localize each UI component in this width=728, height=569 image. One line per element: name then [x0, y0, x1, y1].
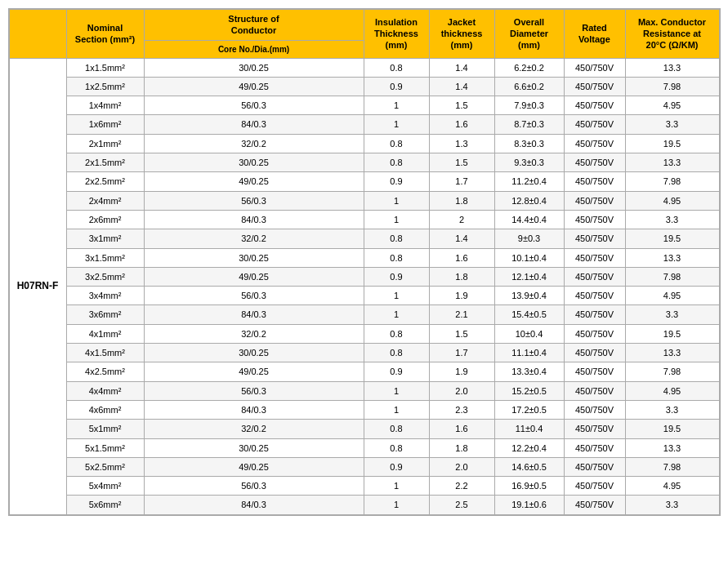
max-resistance-cell: 3.3	[625, 400, 719, 419]
insulation-thickness-cell: 0.9	[364, 457, 429, 476]
core-no-dia-cell: 84/0.3	[144, 115, 364, 134]
table-row: 4x4mm²56/0.312.015.2±0.5450/750V4.95	[9, 381, 719, 400]
overall-diameter-cell: 11±0.4	[494, 420, 564, 438]
max-resistance-cell: 13.3	[625, 153, 719, 172]
jacket-thickness-cell: 2.2	[429, 477, 494, 496]
core-no-dia-cell: 32/0.2	[144, 420, 364, 438]
nominal-section-cell: 5x4mm²	[66, 477, 144, 496]
nominal-section-cell: 2x6mm²	[66, 210, 144, 229]
jacket-thickness-cell: 1.5	[429, 153, 494, 172]
table-row: 4x1.5mm²30/0.250.81.711.1±0.4450/750V13.…	[9, 344, 719, 362]
table-row: 3x6mm²84/0.312.115.4±0.5450/750V3.3	[9, 305, 719, 324]
rated-voltage-cell: 450/750V	[564, 324, 625, 343]
core-no-dia-cell: 49/0.25	[144, 172, 364, 191]
core-no-dia-cell: 30/0.25	[144, 344, 364, 362]
rated-voltage-cell: 450/750V	[564, 210, 625, 229]
max-resistance-cell: 13.3	[625, 344, 719, 362]
core-no-dia-cell: 49/0.25	[144, 267, 364, 286]
rated-voltage-cell: 450/750V	[564, 191, 625, 210]
nominal-section-cell: 5x6mm²	[66, 496, 144, 514]
header-rated-voltage: RatedVoltage	[564, 10, 625, 59]
overall-diameter-cell: 10±0.4	[494, 324, 564, 343]
nominal-section-cell: 3x1mm²	[66, 229, 144, 248]
insulation-thickness-cell: 0.9	[364, 77, 429, 96]
rated-voltage-cell: 450/750V	[564, 344, 625, 362]
insulation-thickness-cell: 1	[364, 210, 429, 229]
max-resistance-cell: 7.98	[625, 77, 719, 96]
insulation-thickness-cell: 1	[364, 477, 429, 496]
core-no-dia-cell: 32/0.2	[144, 324, 364, 343]
header-jacket-thickness: Jacketthickness(mm)	[429, 10, 494, 59]
jacket-thickness-cell: 2	[429, 210, 494, 229]
rated-voltage-cell: 450/750V	[564, 457, 625, 476]
nominal-section-cell: 1x4mm²	[66, 96, 144, 115]
core-no-dia-cell: 30/0.25	[144, 248, 364, 267]
jacket-thickness-cell: 1.3	[429, 134, 494, 153]
rated-voltage-cell: 450/750V	[564, 496, 625, 514]
subheader-core-no-dia: Core No./Dia.(mm)	[144, 40, 364, 58]
header-type	[9, 10, 66, 59]
max-resistance-cell: 3.3	[625, 115, 719, 134]
core-no-dia-cell: 56/0.3	[144, 96, 364, 115]
overall-diameter-cell: 15.2±0.5	[494, 381, 564, 400]
rated-voltage-cell: 450/750V	[564, 248, 625, 267]
rated-voltage-cell: 450/750V	[564, 77, 625, 96]
nominal-section-cell: 4x1.5mm²	[66, 344, 144, 362]
insulation-thickness-cell: 1	[364, 305, 429, 324]
rated-voltage-cell: 450/750V	[564, 420, 625, 438]
header-row: NominalSection (mm²) Structure ofConduct…	[9, 10, 719, 41]
insulation-thickness-cell: 1	[364, 287, 429, 305]
table-row: 2x6mm²84/0.31214.4±0.4450/750V3.3	[9, 210, 719, 229]
overall-diameter-cell: 11.2±0.4	[494, 172, 564, 191]
core-no-dia-cell: 30/0.25	[144, 153, 364, 172]
insulation-thickness-cell: 0.8	[364, 248, 429, 267]
core-no-dia-cell: 32/0.2	[144, 229, 364, 248]
max-resistance-cell: 4.95	[625, 381, 719, 400]
overall-diameter-cell: 16.9±0.5	[494, 477, 564, 496]
max-resistance-cell: 3.3	[625, 305, 719, 324]
jacket-thickness-cell: 1.4	[429, 77, 494, 96]
nominal-section-cell: 2x2.5mm²	[66, 172, 144, 191]
max-resistance-cell: 19.5	[625, 420, 719, 438]
jacket-thickness-cell: 1.9	[429, 287, 494, 305]
nominal-section-cell: 4x1mm²	[66, 324, 144, 343]
max-resistance-cell: 3.3	[625, 496, 719, 514]
core-no-dia-cell: 30/0.25	[144, 438, 364, 457]
table-container: NominalSection (mm²) Structure ofConduct…	[8, 8, 721, 516]
table-row: 3x1mm²32/0.20.81.49±0.3450/750V19.5	[9, 229, 719, 248]
max-resistance-cell: 7.98	[625, 172, 719, 191]
table-row: 5x4mm²56/0.312.216.9±0.5450/750V4.95	[9, 477, 719, 496]
nominal-section-cell: 4x2.5mm²	[66, 362, 144, 381]
jacket-thickness-cell: 2.0	[429, 381, 494, 400]
header-structure-conductor: Structure ofConductor	[144, 10, 364, 41]
jacket-thickness-cell: 1.4	[429, 229, 494, 248]
jacket-thickness-cell: 1.5	[429, 324, 494, 343]
nominal-section-cell: 2x4mm²	[66, 191, 144, 210]
nominal-section-cell: 5x1mm²	[66, 420, 144, 438]
overall-diameter-cell: 12.1±0.4	[494, 267, 564, 286]
core-no-dia-cell: 84/0.3	[144, 305, 364, 324]
insulation-thickness-cell: 0.8	[364, 438, 429, 457]
rated-voltage-cell: 450/750V	[564, 305, 625, 324]
insulation-thickness-cell: 0.8	[364, 134, 429, 153]
insulation-thickness-cell: 0.9	[364, 362, 429, 381]
jacket-thickness-cell: 1.9	[429, 362, 494, 381]
core-no-dia-cell: 84/0.3	[144, 400, 364, 419]
nominal-section-cell: 5x2.5mm²	[66, 457, 144, 476]
overall-diameter-cell: 14.6±0.5	[494, 457, 564, 476]
jacket-thickness-cell: 1.6	[429, 420, 494, 438]
jacket-thickness-cell: 1.8	[429, 267, 494, 286]
insulation-thickness-cell: 0.9	[364, 172, 429, 191]
rated-voltage-cell: 450/750V	[564, 58, 625, 77]
jacket-thickness-cell: 2.3	[429, 400, 494, 419]
nominal-section-cell: 5x1.5mm²	[66, 438, 144, 457]
nominal-section-cell: 1x6mm²	[66, 115, 144, 134]
rated-voltage-cell: 450/750V	[564, 477, 625, 496]
overall-diameter-cell: 19.1±0.6	[494, 496, 564, 514]
nominal-section-cell: 3x4mm²	[66, 287, 144, 305]
insulation-thickness-cell: 1	[364, 115, 429, 134]
jacket-thickness-cell: 1.5	[429, 96, 494, 115]
overall-diameter-cell: 7.9±0.3	[494, 96, 564, 115]
max-resistance-cell: 7.98	[625, 457, 719, 476]
jacket-thickness-cell: 1.4	[429, 58, 494, 77]
